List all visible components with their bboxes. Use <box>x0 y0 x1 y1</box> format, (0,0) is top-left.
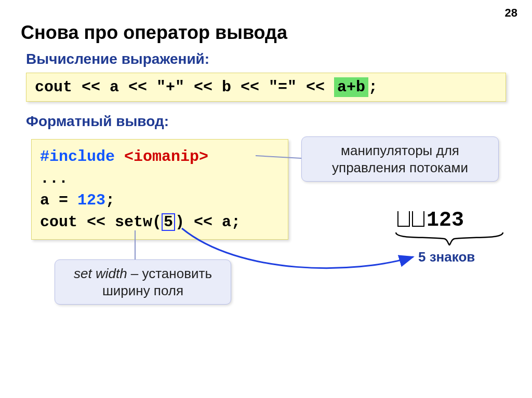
output-text: 123 <box>397 209 464 232</box>
section-heading-2: Форматный вывод: <box>26 113 511 130</box>
callout-manipulators: манипуляторы для управления потоками <box>301 136 499 182</box>
output-number: 123 <box>427 209 464 232</box>
callout-bottom-line2: ширину поля <box>64 282 221 299</box>
callout-top-line2: управления потоками <box>311 159 489 176</box>
code2-assign-val: 123 <box>77 191 105 209</box>
code2-assign-a: a = <box>40 191 77 209</box>
callout-bottom-em: set width <box>74 266 127 281</box>
code1-suffix: ; <box>368 78 378 96</box>
space-mark-icon <box>397 211 410 227</box>
code2-ellipsis: ... <box>40 168 280 189</box>
callout-bottom-rest: – установить <box>127 266 212 281</box>
underbrace-icon <box>395 231 504 246</box>
code2-setw-arg: 5 <box>162 213 175 231</box>
code-expression: cout << a << "+" << b << "=" << a+b; <box>26 73 506 102</box>
code1-highlight: a+b <box>334 77 368 97</box>
code2-assign-semi: ; <box>105 191 115 209</box>
code2-include-kw: #include <box>40 148 124 166</box>
callout-top-line1: манипуляторы для <box>311 142 489 159</box>
code2-cout-setw: cout << setw( <box>40 213 162 231</box>
brace-label: 5 знаков <box>418 249 475 265</box>
page-number: 28 <box>505 6 517 20</box>
callout-setwidth: set width – установить ширину поля <box>55 259 231 305</box>
code2-include-header: <iomanip> <box>124 148 208 166</box>
slide-title: Снова про оператор вывода <box>21 22 511 44</box>
section-heading-1: Вычисление выражений: <box>26 51 511 67</box>
space-mark-icon <box>412 211 424 227</box>
code-format: #include <iomanip> ... a = 123; cout << … <box>31 139 288 240</box>
code2-cout-tail: ) << a; <box>175 213 241 231</box>
code1-prefix: cout << a << "+" << b << "=" << <box>35 78 334 96</box>
